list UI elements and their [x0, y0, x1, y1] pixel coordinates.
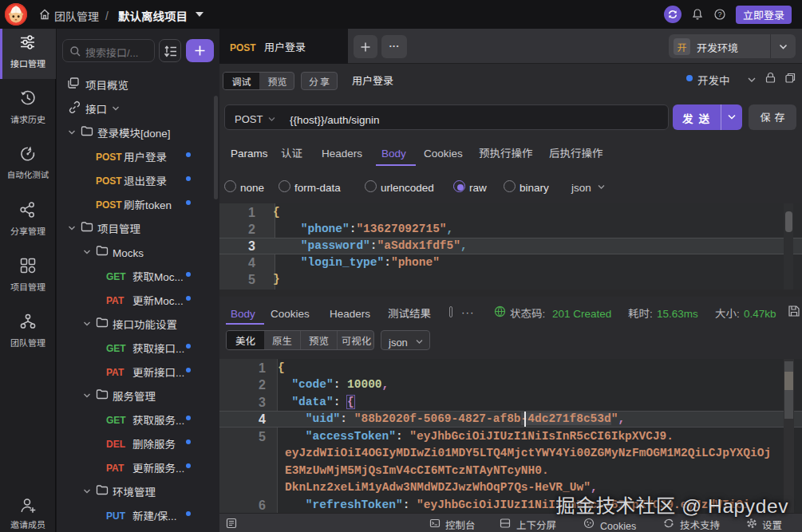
svg-text:?: ? — [717, 10, 721, 18]
